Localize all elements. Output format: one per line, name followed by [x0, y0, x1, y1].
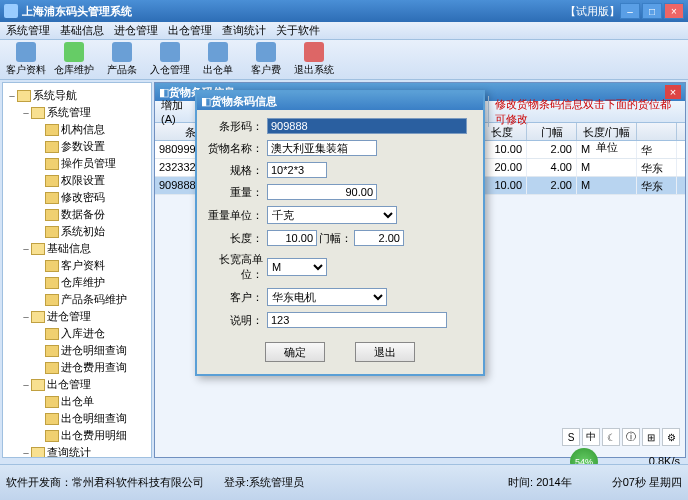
- menu-about[interactable]: 关于软件: [276, 23, 320, 38]
- widget-moon-icon[interactable]: ☾: [602, 428, 620, 446]
- btn-ok[interactable]: 确定: [265, 342, 325, 362]
- lbl-weight: 重量：: [205, 185, 267, 200]
- lbl-remark: 说明：: [205, 313, 267, 328]
- menu-out[interactable]: 出仓管理: [168, 23, 212, 38]
- close-button[interactable]: ×: [664, 3, 684, 19]
- lbl-lunit: 长宽高单位：: [205, 252, 267, 282]
- menu-system[interactable]: 系统管理: [6, 23, 50, 38]
- tb-out[interactable]: 出仓单: [198, 42, 238, 77]
- tree-group[interactable]: −进仓管理: [7, 308, 147, 325]
- minimize-button[interactable]: –: [620, 3, 640, 19]
- tree-item[interactable]: 修改密码: [7, 189, 147, 206]
- tree-root[interactable]: −系统导航: [7, 87, 147, 104]
- tree-item[interactable]: 客户资料: [7, 257, 147, 274]
- tree-item[interactable]: 进仓明细查询: [7, 342, 147, 359]
- status-time: 时间: 2014年: [508, 475, 572, 490]
- lbl-name: 货物名称：: [205, 141, 267, 156]
- lbl-cust: 客户：: [205, 290, 267, 305]
- tb-in[interactable]: 入仓管理: [150, 42, 190, 77]
- maximize-button[interactable]: □: [642, 3, 662, 19]
- tree-group[interactable]: −查询统计: [7, 444, 147, 458]
- menubar: 系统管理 基础信息 进仓管理 出仓管理 查询统计 关于软件: [0, 22, 688, 40]
- inp-gate[interactable]: [354, 230, 404, 246]
- widget-gear-icon[interactable]: ⚙: [662, 428, 680, 446]
- inp-len[interactable]: [267, 230, 317, 246]
- lbl-spec: 规格：: [205, 163, 267, 178]
- tree-group[interactable]: −系统管理: [7, 104, 147, 121]
- tree-item[interactable]: 仓库维护: [7, 274, 147, 291]
- lbl-wunit: 重量单位：: [205, 208, 267, 223]
- tree-item[interactable]: 系统初始: [7, 223, 147, 240]
- lbl-len: 长度：: [205, 231, 267, 246]
- dialog-icon: ◧: [201, 95, 211, 108]
- inp-name[interactable]: [267, 140, 377, 156]
- lbl-gate: 门幅：: [317, 231, 354, 246]
- tree-item[interactable]: 权限设置: [7, 172, 147, 189]
- menu-stats[interactable]: 查询统计: [222, 23, 266, 38]
- inp-spec[interactable]: [267, 162, 327, 178]
- titlebar: 上海浦东码头管理系统 【试用版】 – □ ×: [0, 0, 688, 22]
- widget-kbd-icon[interactable]: ⊞: [642, 428, 660, 446]
- status-login: 登录:系统管理员: [224, 475, 304, 490]
- sidebar: −系统导航−系统管理机构信息参数设置操作员管理权限设置修改密码数据备份系统初始−…: [2, 82, 152, 458]
- tree-item[interactable]: 参数设置: [7, 138, 147, 155]
- inp-remark[interactable]: [267, 312, 447, 328]
- statusbar: 软件开发商：常州君科软件科技有限公司 登录:系统管理员 时间: 2014年 分0…: [0, 464, 688, 500]
- sel-cust[interactable]: 华东电机: [267, 288, 387, 306]
- app-title: 上海浦东码头管理系统: [22, 4, 535, 19]
- sel-wunit[interactable]: 千克: [267, 206, 397, 224]
- tree-group[interactable]: −出仓管理: [7, 376, 147, 393]
- tree-item[interactable]: 操作员管理: [7, 155, 147, 172]
- tb-exit[interactable]: 退出系统: [294, 42, 334, 77]
- status-dev: 软件开发商：常州君科软件科技有限公司: [6, 475, 204, 490]
- tree-item[interactable]: 产品条码维护: [7, 291, 147, 308]
- tb-fee[interactable]: 客户费: [246, 42, 286, 77]
- tree-item[interactable]: 出仓单: [7, 393, 147, 410]
- tree-group[interactable]: −基础信息: [7, 240, 147, 257]
- tb-customer[interactable]: 客户资料: [6, 42, 46, 77]
- menu-baseinfo[interactable]: 基础信息: [60, 23, 104, 38]
- toolbar: 客户资料 仓库维护 产品条 入仓管理 出仓单 客户费 退出系统: [0, 40, 688, 80]
- tree-item[interactable]: 出仓费用明细: [7, 427, 147, 444]
- tree-item[interactable]: 机构信息: [7, 121, 147, 138]
- inp-weight[interactable]: [267, 184, 377, 200]
- tb-warehouse[interactable]: 仓库维护: [54, 42, 94, 77]
- widget-info-icon[interactable]: ⓘ: [622, 428, 640, 446]
- menu-in[interactable]: 进仓管理: [114, 23, 158, 38]
- dialog-title: 货物条码信息: [211, 94, 479, 109]
- app-icon: [4, 4, 18, 18]
- desktop-widgets: S 中 ☾ ⓘ ⊞ ⚙: [562, 428, 680, 446]
- lbl-code: 条形码：: [205, 119, 267, 134]
- sel-lunit[interactable]: M: [267, 258, 327, 276]
- app-version: 【试用版】: [565, 4, 620, 19]
- widget-s[interactable]: S: [562, 428, 580, 446]
- dialog: ◧ 货物条码信息 条形码： 货物名称： 规格： 重量： 重量单位：千克 长度：门…: [195, 90, 485, 376]
- status-secs: 分07秒 星期四: [612, 475, 682, 490]
- tree-item[interactable]: 数据备份: [7, 206, 147, 223]
- tree-item[interactable]: 进仓费用查询: [7, 359, 147, 376]
- tb-barcode[interactable]: 产品条: [102, 42, 142, 77]
- btn-cancel[interactable]: 退出: [355, 342, 415, 362]
- tree-item[interactable]: 出仓明细查询: [7, 410, 147, 427]
- widget-cn[interactable]: 中: [582, 428, 600, 446]
- tree-item[interactable]: 入库进仓: [7, 325, 147, 342]
- inp-code[interactable]: [267, 118, 467, 134]
